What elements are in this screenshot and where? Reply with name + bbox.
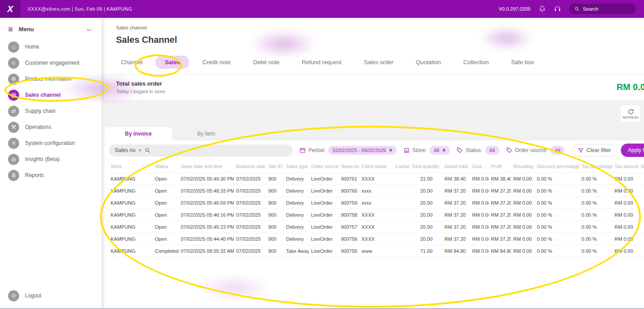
- bell-icon[interactable]: [539, 5, 546, 12]
- sidebar-item-sales-channel[interactable]: ▤Sales channel: [0, 87, 101, 103]
- column-header-sa[interactable]: Sa: [638, 160, 644, 173]
- table-row[interactable]: KAMPUNGOpen07/02/2025 05:48:33 PM07/02/2…: [106, 185, 644, 197]
- sidebar-item-insights-beta[interactable]: ◎Insights (Beta): [0, 151, 101, 167]
- table-cell: XXXX: [359, 233, 393, 245]
- tab-quotation[interactable]: Quotation: [407, 56, 450, 69]
- store-chip[interactable]: All ×: [429, 146, 450, 155]
- table-header-row: StoreStatusSales date and timeBusiness d…: [106, 160, 644, 173]
- logout-label: Logout: [25, 293, 42, 299]
- subtab-by-item[interactable]: By item: [172, 127, 240, 140]
- tab-safe-box[interactable]: Safe box: [502, 56, 543, 69]
- table-cell: 900: [266, 233, 284, 245]
- column-header-tax-amount[interactable]: Tax amount: [612, 160, 638, 173]
- column-header-grand-total[interactable]: Grand total: [442, 160, 470, 173]
- close-icon[interactable]: ×: [389, 148, 392, 153]
- tab-sales-order[interactable]: Sales order: [354, 56, 403, 69]
- table-cell: RM 0.00: [511, 173, 535, 185]
- app-logo[interactable]: X: [0, 0, 21, 18]
- sidebar-item-reports[interactable]: ≣Reports: [0, 167, 101, 183]
- tab-debit-note[interactable]: Debit note: [244, 56, 289, 69]
- table-row[interactable]: KAMPUNGOpen07/02/2025 05:49:30 PM07/02/2…: [106, 173, 644, 185]
- table-cell: RM 38.40: [489, 173, 511, 185]
- global-search-input[interactable]: Search: [569, 4, 636, 14]
- table-row[interactable]: KAMPUNGOpen07/02/2025 05:44:40 PM07/02/2…: [106, 233, 644, 245]
- subtab-by-invoice[interactable]: By invoice: [104, 127, 172, 140]
- status-filter: Status: All: [457, 146, 499, 155]
- tab-refund-request[interactable]: Refund request: [292, 56, 351, 69]
- table-cell: 900755: [339, 245, 359, 257]
- table-row[interactable]: KAMPUNGOpen07/02/2025 05:46:16 PM07/02/2…: [106, 209, 644, 221]
- table-cell: 0.00 %: [535, 185, 579, 197]
- logo-letter: X: [7, 4, 13, 14]
- table-cell: RM 37.20: [489, 185, 511, 197]
- back-arrow-icon[interactable]: ←: [86, 25, 93, 33]
- sales-no-search[interactable]: Sales no ▾: [109, 144, 293, 157]
- column-header-order-source[interactable]: Order source: [309, 160, 339, 173]
- status-chip[interactable]: All: [485, 146, 499, 155]
- refresh-button[interactable]: REFRESH: [620, 105, 641, 123]
- column-header-site-id[interactable]: Site ID: [266, 160, 284, 173]
- tab-channel[interactable]: Channel: [112, 56, 152, 69]
- customer-engagement-icon: ☺: [8, 58, 19, 69]
- table-row[interactable]: KAMPUNGOpen07/02/2025 05:46:59 PM07/02/2…: [106, 197, 644, 209]
- table-cell: RM 37.20: [489, 233, 511, 245]
- menu-icon[interactable]: ≡: [8, 25, 13, 33]
- sidebar-item-home[interactable]: ⌂Home: [0, 39, 101, 55]
- headset-icon[interactable]: [554, 5, 561, 12]
- clear-filter-button[interactable]: Clear filter: [572, 144, 617, 157]
- table-cell: RM 0.00: [612, 209, 638, 221]
- table-cell: [638, 209, 644, 221]
- order-source-chip[interactable]: All: [550, 146, 565, 155]
- sidebar-item-label: Insights (Beta): [25, 156, 59, 162]
- sidebar-item-logout[interactable]: ⊙ Logout: [0, 288, 101, 304]
- tab-collection[interactable]: Collection: [454, 56, 498, 69]
- filter-row: Sales no ▾ Period: 02/02/2025 - 09/02/20…: [104, 140, 644, 160]
- column-header-tax-percentage[interactable]: Tax percentage: [579, 160, 612, 173]
- column-header-profit[interactable]: Profit: [489, 160, 511, 173]
- table-cell: 07/02/2025 05:46:59 PM: [179, 197, 234, 209]
- table-cell: RM 37.20: [442, 233, 470, 245]
- table-cell: RM 84.80: [489, 245, 511, 257]
- close-icon[interactable]: ×: [442, 148, 445, 153]
- column-header-rounding[interactable]: Rounding: [511, 160, 535, 173]
- refresh-label: REFRESH: [623, 116, 639, 119]
- table-cell: Open: [153, 233, 179, 245]
- calendar-icon: [299, 147, 306, 153]
- tab-credit-note[interactable]: Credit note: [193, 56, 240, 69]
- column-header-sales-date-and-time[interactable]: Sales date and time: [179, 160, 234, 173]
- summary-title: Total sales order: [116, 80, 165, 87]
- system-configuration-icon: ≡: [8, 138, 19, 149]
- sidebar-item-operations[interactable]: ⚒Operations: [0, 119, 101, 135]
- apply-filter-button[interactable]: Apply filter: [621, 144, 644, 157]
- sidebar-item-supply-chain[interactable]: ⇄Supply chain: [0, 103, 101, 119]
- table-cell: RM 0.00: [612, 173, 638, 185]
- column-header-business-date[interactable]: Business date: [234, 160, 266, 173]
- table-cell: [638, 185, 644, 197]
- column-header-client-name[interactable]: Client name: [359, 160, 393, 173]
- column-header-discount-percentage[interactable]: Discount percentage: [535, 160, 579, 173]
- sales-table: StoreStatusSales date and timeBusiness d…: [106, 160, 644, 257]
- column-header-status[interactable]: Status: [153, 160, 179, 173]
- sidebar-item-label: Supply chain: [25, 108, 56, 114]
- sidebar-item-product-information[interactable]: ⚙Product information: [0, 71, 101, 87]
- table-cell: 0.00 %: [535, 221, 579, 233]
- table-cell: 07/02/2025: [234, 209, 266, 221]
- sidebar-item-system-configuration[interactable]: ≡System configuration: [0, 135, 101, 151]
- column-header-store[interactable]: Store: [106, 160, 153, 173]
- table-cell: [393, 173, 409, 185]
- column-header-sales-no[interactable]: Sales no: [339, 160, 359, 173]
- tab-sales[interactable]: Sales: [155, 56, 189, 69]
- column-header-cost[interactable]: Cost: [470, 160, 489, 173]
- column-header-sales-type[interactable]: Sales type: [284, 160, 309, 173]
- period-chip[interactable]: 02/02/2025 - 09/02/2025 ×: [328, 146, 397, 155]
- table-row[interactable]: KAMPUNGOpen07/02/2025 05:45:23 PM07/02/2…: [106, 221, 644, 233]
- table-cell: 900760: [339, 185, 359, 197]
- column-header-total-quantity[interactable]: Total quantity: [409, 160, 442, 173]
- table-cell: LiveOrder: [309, 221, 339, 233]
- sidebar-item-customer-engagement[interactable]: ☺Customer engagement: [0, 55, 101, 71]
- column-header-cashier[interactable]: Cashier: [393, 160, 409, 173]
- search-field-selector[interactable]: Sales no: [115, 147, 136, 153]
- sidebar-item-label: Home: [25, 44, 39, 50]
- table-row[interactable]: KAMPUNGCompleted07/02/2025 08:55:32 AM07…: [106, 245, 644, 257]
- sales-no-search-input[interactable]: [154, 147, 287, 153]
